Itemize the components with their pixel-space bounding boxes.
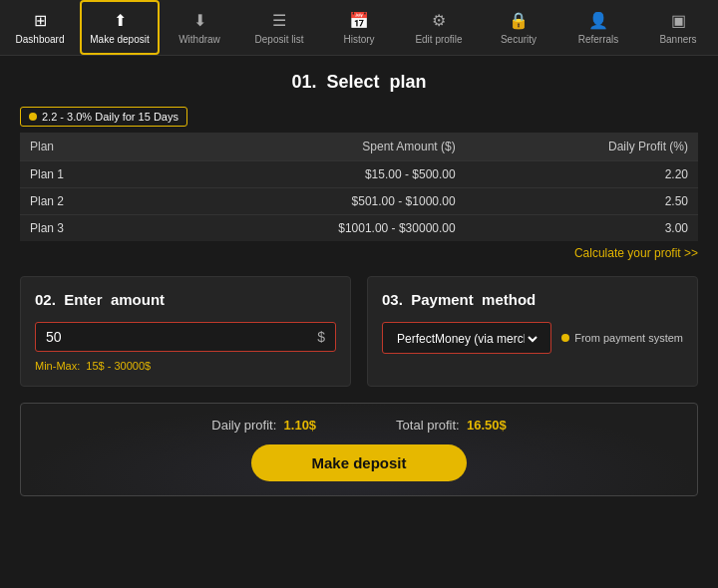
plan-range: $15.00 - $500.00 — [146, 161, 466, 188]
plan-profit: 2.20 — [466, 161, 698, 188]
plan-name: Plan 3 — [20, 215, 146, 242]
payment-method-box: 03. Payment method PerfectMoney (via mer… — [367, 276, 698, 387]
plan-name: Plan 2 — [20, 188, 146, 215]
plan-profit: 2.50 — [466, 188, 698, 215]
nav-item-history[interactable]: 📅 History — [319, 0, 399, 55]
nav-label-deposit-list: Deposit list — [255, 34, 304, 45]
nav-item-edit-profile[interactable]: ⚙ Edit profile — [399, 0, 479, 55]
nav-label-referrals: Referrals — [578, 34, 619, 45]
nav-label-security: Security — [501, 34, 537, 45]
col-spent: Spent Amount ($) — [146, 133, 466, 161]
nav-icon-banners: ▣ — [666, 10, 690, 30]
step2-title: 02. Enter amount — [35, 291, 336, 308]
step1-select-word: Select — [326, 72, 379, 92]
amount-input-wrap: $ — [35, 322, 336, 352]
nav-item-dashboard[interactable]: ⊞ Dashboard — [0, 0, 80, 55]
from-payment-text: From payment system — [574, 332, 683, 344]
nav-icon-dashboard: ⊞ — [28, 10, 52, 30]
step3-payment-word: Payment — [411, 291, 474, 308]
payment-select-wrap: PerfectMoney (via merch... — [382, 322, 551, 354]
step1-label: 01. — [291, 72, 316, 92]
bottom-row: 02. Enter amount $ Min-Max: 15$ - 30000$… — [20, 276, 698, 387]
payment-dot — [561, 334, 569, 342]
nav-icon-edit-profile: ⚙ — [427, 10, 451, 30]
nav-label-edit-profile: Edit profile — [415, 34, 462, 45]
navigation: ⊞ Dashboard ⬆ Make deposit ⬇ Withdraw ☰ … — [0, 0, 718, 56]
nav-icon-withdraw: ⬇ — [187, 10, 211, 30]
step3-label: 03. — [382, 291, 403, 308]
nav-item-make-deposit[interactable]: ⬆ Make deposit — [80, 0, 160, 55]
plan-badge-dot — [29, 113, 37, 121]
nav-label-withdraw: Withdraw — [179, 34, 220, 45]
min-max-range: 15$ - 30000$ — [86, 360, 151, 372]
total-profit-label: Total profit: 16.50$ — [396, 418, 507, 433]
dollar-sign: $ — [317, 329, 325, 345]
col-plan: Plan — [20, 133, 146, 161]
profit-row: Daily profit: 1.10$ Total profit: 16.50$ — [211, 418, 506, 433]
table-row[interactable]: Plan 2 $501.00 - $1000.00 2.50 — [20, 188, 698, 215]
nav-item-banners[interactable]: ▣ Banners — [638, 0, 718, 55]
nav-icon-make-deposit: ⬆ — [108, 10, 132, 30]
nav-label-dashboard: Dashboard — [16, 34, 65, 45]
step1-plan-word: plan — [390, 72, 427, 92]
amount-input[interactable] — [46, 329, 317, 345]
nav-icon-referrals: 👤 — [586, 10, 610, 30]
step2-label: 02. — [35, 291, 56, 308]
nav-label-history: History — [343, 34, 374, 45]
calculate-link[interactable]: Calculate your profit >> — [20, 246, 698, 260]
payment-wrap: PerfectMoney (via merch... From payment … — [382, 322, 683, 354]
nav-item-deposit-list[interactable]: ☰ Deposit list — [239, 0, 319, 55]
plan-badge-text: 2.2 - 3.0% Daily for 15 Days — [42, 111, 179, 123]
plan-range: $501.00 - $1000.00 — [146, 188, 466, 215]
nav-icon-history: 📅 — [347, 10, 371, 30]
nav-icon-deposit-list: ☰ — [267, 10, 291, 30]
table-row[interactable]: Plan 1 $15.00 - $500.00 2.20 — [20, 161, 698, 188]
step3-title: 03. Payment method — [382, 291, 683, 308]
nav-icon-security: 🔒 — [507, 10, 531, 30]
plans-table: Plan Spent Amount ($) Daily Profit (%) P… — [20, 133, 698, 241]
plan-badge: 2.2 - 3.0% Daily for 15 Days — [20, 107, 187, 127]
plan-name: Plan 1 — [20, 161, 146, 188]
col-profit: Daily Profit (%) — [466, 133, 698, 161]
plan-profit: 3.00 — [466, 215, 698, 242]
step2-amount-word: amount — [111, 291, 165, 308]
nav-item-security[interactable]: 🔒 Security — [479, 0, 558, 55]
min-max-label: Min-Max: 15$ - 30000$ — [35, 360, 336, 372]
main-content: 01. Select plan 2.2 - 3.0% Daily for 15 … — [0, 56, 718, 512]
daily-profit-label: Daily profit: 1.10$ — [211, 418, 316, 433]
nav-item-referrals[interactable]: 👤 Referrals — [558, 0, 638, 55]
total-profit-value: 16.50$ — [467, 418, 507, 433]
payment-select[interactable]: PerfectMoney (via merch... — [393, 331, 540, 347]
select-plan-title: 01. Select plan — [20, 72, 698, 93]
make-deposit-button[interactable]: Make deposit — [251, 444, 466, 481]
daily-profit-value: 1.10$ — [284, 418, 317, 433]
table-row[interactable]: Plan 3 $1001.00 - $30000.00 3.00 — [20, 215, 698, 242]
payment-from: From payment system — [561, 332, 683, 344]
nav-item-withdraw[interactable]: ⬇ Withdraw — [160, 0, 239, 55]
nav-label-banners: Banners — [659, 34, 696, 45]
enter-amount-box: 02. Enter amount $ Min-Max: 15$ - 30000$ — [20, 276, 351, 387]
nav-label-make-deposit: Make deposit — [90, 34, 149, 45]
step3-method-word: method — [482, 291, 536, 308]
plan-range: $1001.00 - $30000.00 — [146, 215, 466, 242]
step2-enter-word: Enter — [64, 291, 102, 308]
profit-section: Daily profit: 1.10$ Total profit: 16.50$… — [20, 403, 698, 496]
